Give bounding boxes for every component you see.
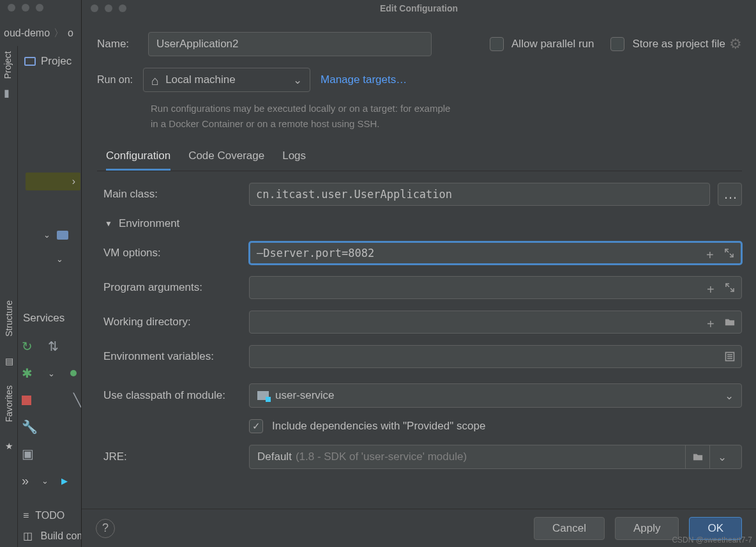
dialog-titlebar: Edit Configuration [82, 0, 756, 17]
project-tool-button[interactable]: Project [3, 51, 13, 79]
env-vars-input[interactable] [256, 350, 725, 363]
chevron-down-icon: ⌄ [293, 73, 302, 87]
camera-icon[interactable]: ▣ [22, 446, 34, 461]
status-dot-icon [70, 370, 77, 376]
jre-select[interactable]: Default (1.8 - SDK of 'user-service' mod… [249, 445, 742, 469]
classpath-select[interactable]: user-service ⌄ [249, 383, 742, 408]
expand-icon[interactable] [725, 282, 735, 293]
filter-icon[interactable]: ⇅ [48, 339, 59, 354]
chevron-down-icon: ⌄ [43, 230, 50, 240]
manage-targets-link[interactable]: Manage targets… [321, 73, 407, 86]
service-icon: ▸ [61, 473, 68, 488]
folder-icon[interactable] [725, 317, 735, 327]
store-project-checkbox[interactable] [610, 37, 624, 51]
run-on-hint: Run configurations may be executed local… [151, 101, 742, 132]
run-on-row: Run on: Local machine ⌄ Manage targets… [97, 68, 742, 92]
plus-icon[interactable] [707, 317, 717, 327]
list-icon[interactable] [725, 351, 735, 362]
chevron-right-icon: 〉 [54, 27, 64, 40]
working-dir-label: Working directory: [103, 316, 249, 328]
tree-node[interactable]: ⌄ [43, 230, 68, 240]
breadcrumb-item[interactable]: o [68, 27, 73, 39]
watermark: CSDN @sweetheart7-7 [672, 535, 752, 544]
working-dir-field[interactable] [249, 311, 742, 334]
breadcrumb-project[interactable]: oud-demo [4, 27, 50, 39]
env-vars-row: Environment variables: [103, 345, 742, 368]
browse-class-button[interactable]: … [718, 183, 742, 206]
main-class-label: Main class: [103, 188, 249, 201]
chevron-down-icon[interactable]: ⌄ [709, 445, 734, 468]
program-args-input[interactable] [256, 281, 707, 294]
environment-section-header[interactable]: ▼ Environment [105, 217, 742, 230]
program-args-label: Program arguments: [103, 281, 249, 294]
traffic-close-icon [8, 4, 15, 12]
configuration-panel: Main class: … ▼ Environment VM options: [97, 171, 742, 469]
name-input[interactable] [148, 32, 432, 56]
gear-icon[interactable]: ⚙ [729, 36, 742, 52]
help-button[interactable]: ? [96, 519, 115, 538]
favorites-tool-button[interactable]: Favorites [4, 385, 14, 422]
name-row: Name: Allow parallel run Store as projec… [97, 32, 742, 56]
tab-coverage[interactable]: Code Coverage [188, 150, 264, 171]
working-dir-row: Working directory: [103, 311, 742, 334]
allow-parallel-checkbox[interactable] [490, 37, 504, 51]
tree-highlight[interactable]: › [26, 173, 80, 190]
folder-icon[interactable] [685, 445, 709, 468]
tab-logs[interactable]: Logs [282, 150, 306, 171]
todo-tool-button[interactable]: ≡ TODO [23, 510, 64, 521]
tree-node[interactable]: ⌄ [56, 254, 63, 264]
structure-icon: ▤ [5, 356, 13, 366]
wrench-icon[interactable]: 🔧 [22, 419, 81, 435]
vm-options-row: VM options: [103, 242, 742, 265]
services-toolbar: ↻ ⇅ ✱ ⌄ ╲ 🔧 ▣ » ⌄ ▸ [22, 339, 81, 488]
structure-tool-button[interactable]: Structure [4, 300, 14, 337]
run-icon[interactable]: ↻ [22, 339, 33, 354]
services-panel-title[interactable]: Services [18, 307, 82, 330]
edit-configuration-dialog: Edit Configuration Name: Allow parallel … [81, 0, 756, 547]
vm-options-field[interactable] [249, 242, 742, 265]
chevron-down-icon[interactable]: ⌄ [48, 369, 55, 378]
project-title-label: Projec [41, 55, 72, 68]
folder-icon [57, 231, 68, 240]
classpath-label: Use classpath of module: [103, 389, 249, 402]
dialog-title: Edit Configuration [82, 3, 756, 13]
chevron-down-icon[interactable]: ⌄ [42, 476, 49, 486]
project-panel-title[interactable]: Projec [18, 46, 82, 77]
bug-icon[interactable]: ✱ [22, 366, 33, 381]
window-icon[interactable]: ◫ [23, 530, 33, 541]
chevron-right-icon: › [72, 176, 75, 187]
chevron-down-icon: ⌄ [56, 254, 63, 264]
plus-icon[interactable] [706, 248, 716, 258]
more-icon[interactable]: » [22, 474, 29, 488]
vm-options-input[interactable] [257, 247, 706, 259]
star-icon: ★ [5, 441, 13, 451]
env-vars-field[interactable] [249, 345, 742, 368]
jre-row: JRE: Default (1.8 - SDK of 'user-service… [103, 445, 742, 469]
stop-icon[interactable] [22, 396, 31, 405]
chevron-down-icon: ⌄ [725, 389, 734, 403]
tab-configuration[interactable]: Configuration [106, 150, 170, 171]
working-dir-input[interactable] [256, 316, 707, 328]
traffic-min-icon [22, 4, 29, 12]
main-class-input[interactable] [256, 188, 703, 201]
expand-icon[interactable] [724, 248, 734, 258]
config-tabs: Configuration Code Coverage Logs [97, 150, 742, 171]
list-icon: ≡ [23, 510, 29, 521]
vm-options-label: VM options: [103, 247, 249, 259]
hint-line: in a Docker Container or on a remote hos… [151, 118, 380, 129]
apply-button[interactable]: Apply [615, 517, 679, 540]
hint-line: Run configurations may be executed local… [151, 103, 450, 114]
left-toolwindow-tabs: Structure ▤ Favorites ★ [0, 300, 18, 528]
plus-icon[interactable] [707, 282, 717, 293]
run-on-select[interactable]: Local machine ⌄ [143, 68, 310, 92]
name-label: Name: [97, 38, 148, 50]
status-bar: ◫ Build com [23, 530, 86, 542]
main-class-field[interactable] [249, 183, 710, 206]
cancel-button[interactable]: Cancel [534, 517, 605, 540]
jre-hint: (1.8 - SDK of 'user-service' module) [296, 451, 467, 463]
program-args-field[interactable] [249, 276, 742, 299]
home-icon [151, 73, 159, 88]
include-deps-checkbox[interactable] [249, 419, 263, 433]
program-args-row: Program arguments: [103, 276, 742, 299]
run-on-label: Run on: [97, 74, 133, 86]
